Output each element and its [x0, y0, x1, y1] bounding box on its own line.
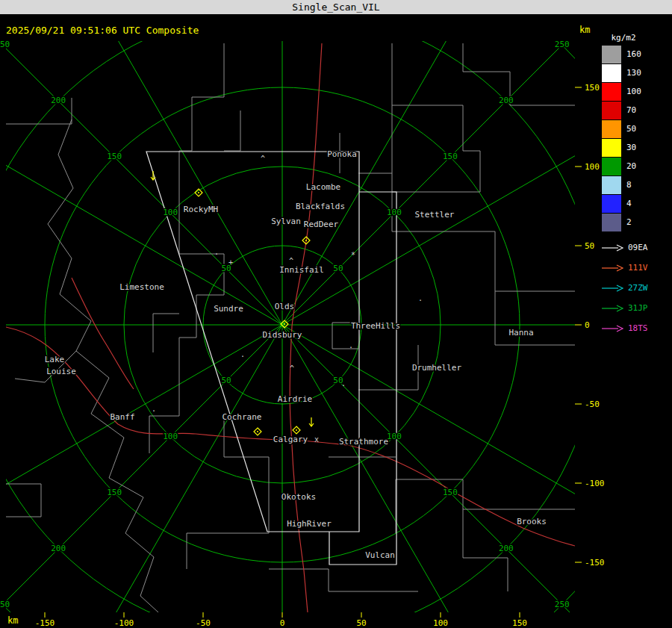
- range-ring-label: 250: [555, 40, 570, 49]
- radar-arrow-icon: [600, 243, 624, 252]
- radar-map-display[interactable]: 5050505010010010010015015015015020020020…: [0, 0, 672, 628]
- legend-row: 8: [602, 175, 671, 194]
- legend-color-swatch: [602, 83, 621, 101]
- town-marker: ·: [152, 407, 156, 415]
- city-label: Limestone: [119, 282, 164, 292]
- radar-site-dot-icon: [305, 240, 307, 241]
- range-ring-label: 250: [0, 600, 10, 609]
- legend-value-label: 100: [626, 87, 641, 96]
- legend-row: 4: [602, 194, 671, 213]
- x-axis-tick-label: 100: [433, 618, 448, 628]
- radar-arrow-icon: [600, 264, 624, 273]
- legend-color-swatch: [602, 120, 621, 138]
- range-ring-label: 200: [51, 544, 66, 553]
- range-ring-label: 100: [387, 432, 402, 441]
- y-axis-tick-label: -100: [585, 479, 605, 488]
- azimuth-spoke: [58, 0, 282, 325]
- legend-color-swatch: [602, 195, 621, 213]
- legend-entries: 16013010070503020842: [602, 45, 671, 231]
- radar-legend-row: 111V: [600, 258, 648, 278]
- city-label: ThreeHills: [351, 321, 400, 331]
- y-axis-tick-label: 150: [585, 83, 600, 93]
- legend-row: 160: [602, 45, 671, 63]
- range-ring-label: 100: [163, 208, 178, 217]
- city-label: Louise: [46, 367, 76, 376]
- town-marker: +: [228, 258, 233, 267]
- town-marker: ·: [214, 250, 219, 258]
- town-marker: ^: [261, 155, 265, 163]
- x-axis-tick-label: 150: [512, 618, 527, 628]
- legend-row: 70: [602, 101, 671, 119]
- radar-site-dot-icon: [257, 431, 258, 432]
- radar-site-legend: 09EA111V27ZW31JP18TS: [600, 237, 648, 338]
- range-ring-label: 150: [107, 488, 122, 497]
- city-label: Sundre: [214, 304, 243, 314]
- legend-value-label: 4: [626, 199, 632, 208]
- city-label: Didsbury: [263, 330, 302, 340]
- radar-legend-row: 27ZW: [600, 278, 648, 298]
- radar-id-label: 31JP: [628, 303, 648, 313]
- x-axis-tick-label: 50: [356, 618, 366, 628]
- range-ring-label: 150: [443, 152, 458, 161]
- legend-color-swatch: [602, 46, 621, 63]
- radar-legend-row: 18TS: [600, 318, 648, 338]
- legend-row: 2: [602, 213, 671, 231]
- azimuth-spoke: [0, 8, 282, 325]
- city-label: Blackfalds: [296, 202, 345, 211]
- radar-site-dot-icon: [284, 323, 285, 325]
- range-ring-label: 100: [163, 432, 178, 441]
- city-label: Vulcan: [365, 550, 395, 560]
- legend-row: 50: [602, 119, 671, 138]
- x-axis-unit-label: km: [7, 615, 18, 626]
- x-axis-tick-label: -50: [196, 618, 211, 628]
- legend-title: kg/m2: [602, 33, 645, 43]
- radar-legend-row: 31JP: [600, 298, 648, 318]
- city-label: Ponoka: [327, 149, 357, 159]
- radar-id-label: 111V: [628, 263, 648, 273]
- x-axis-tick-label: -100: [114, 618, 134, 628]
- radar-legend-row: 09EA: [600, 237, 648, 258]
- y-axis-tick-label: -50: [585, 400, 600, 409]
- legend-color-swatch: [602, 102, 621, 119]
- legend-color-swatch: [602, 214, 621, 231]
- radar-arrow-icon: [600, 304, 624, 313]
- legend-value-label: 130: [626, 68, 641, 78]
- city-label: Calgary: [273, 435, 308, 444]
- legend-row: 130: [602, 63, 671, 82]
- city-label: HighRiver: [287, 519, 332, 529]
- legend-row: 100: [602, 82, 671, 101]
- city-label: Stettler: [415, 210, 455, 220]
- city-label: Hanna: [508, 328, 533, 338]
- city-label: Drumheller: [412, 363, 462, 373]
- town-marker: ·: [341, 382, 346, 390]
- azimuth-spoke: [0, 325, 282, 628]
- radar-id-label: 09EA: [628, 243, 648, 252]
- legend-value-label: 70: [626, 105, 636, 115]
- radar-app-window: { "window": { "title": "Single_Scan_VIL"…: [0, 0, 672, 628]
- y-axis-tick-label: 50: [585, 241, 594, 251]
- range-ring-label: 150: [443, 488, 458, 497]
- y-axis-tick-label: 100: [585, 162, 600, 172]
- city-label: Airdrie: [278, 394, 312, 404]
- city-label: Lake: [45, 355, 65, 364]
- color-scale-legend: kg/m2 16013010070503020842: [602, 33, 671, 231]
- city-label: RedDeer: [304, 220, 339, 229]
- y-axis-tick-label: -150: [585, 558, 605, 568]
- azimuth-spoke: [282, 0, 506, 325]
- range-ring-label: 50: [221, 376, 231, 385]
- radar-id-label: 27ZW: [628, 283, 648, 293]
- range-ring: [0, 0, 672, 628]
- legend-row: 20: [602, 157, 671, 175]
- legend-value-label: 50: [626, 124, 636, 134]
- radar-arrow-icon: [600, 324, 624, 333]
- legend-value-label: 160: [626, 49, 641, 59]
- city-label: Olds: [275, 302, 295, 311]
- x-axis-tick-label: 0: [280, 618, 285, 628]
- legend-color-swatch: [602, 64, 621, 82]
- legend-value-label: 20: [626, 161, 636, 171]
- town-marker: ·: [240, 352, 245, 361]
- city-label: Okotoks: [281, 492, 316, 502]
- range-ring-label: 250: [0, 40, 10, 49]
- range-ring-label: 100: [387, 208, 402, 217]
- azimuth-spoke: [282, 8, 599, 325]
